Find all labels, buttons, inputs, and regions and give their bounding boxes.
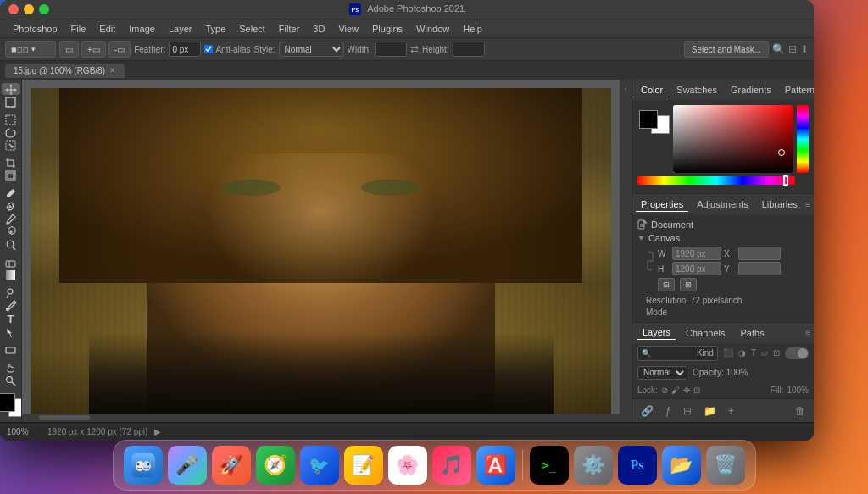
search-icon[interactable]: 🔍 (772, 43, 785, 55)
menu-window[interactable]: Window (410, 22, 455, 36)
dock-item-launchpad[interactable]: 🚀 (212, 446, 251, 485)
spectrum-bar[interactable] (797, 105, 809, 173)
tab-libraries[interactable]: Libraries (757, 197, 803, 211)
dock-item-trash[interactable]: 🗑️ (706, 446, 745, 485)
tool-brush[interactable] (2, 214, 20, 225)
tool-preset-picker[interactable]: ◼◻◻ ▾ (5, 41, 56, 58)
tab-close-btn[interactable]: ✕ (109, 66, 116, 75)
select-mask-btn[interactable]: Select and Mask... (684, 41, 769, 58)
tool-frame[interactable] (2, 170, 20, 181)
hue-cursor[interactable] (783, 175, 788, 186)
antialias-checkbox[interactable] (204, 45, 213, 53)
menu-plugins[interactable]: Plugins (366, 22, 409, 36)
fg-bg-colors[interactable] (0, 388, 22, 420)
tab-paths[interactable]: Paths (736, 326, 770, 340)
tool-spot-healing[interactable] (2, 201, 20, 212)
menu-3d[interactable]: 3D (307, 22, 331, 36)
lock-image-btn[interactable]: 🖌 (671, 386, 680, 395)
tab-color[interactable]: Color (636, 83, 668, 97)
screen-mode-icon[interactable]: ⊟ (788, 43, 797, 55)
tab-properties[interactable]: Properties (636, 197, 688, 212)
dock-item-terminal[interactable]: >_ (530, 446, 569, 485)
lock-transparent-btn[interactable]: ⊘ (661, 386, 668, 395)
tool-rectangle-shape[interactable] (2, 345, 20, 356)
menu-type[interactable]: Type (199, 22, 231, 36)
opacity-value[interactable]: 100% (726, 368, 748, 377)
color-panel-menu-icon[interactable]: ≡ (805, 86, 810, 95)
tab-layers[interactable]: Layers (637, 325, 676, 340)
document-tab[interactable]: 15.jpg @ 100% (RGB/8) ✕ (5, 64, 125, 78)
fit-btn[interactable]: ⊟ (658, 278, 675, 291)
menu-select[interactable]: Select (233, 22, 271, 36)
filter-toggle[interactable] (785, 347, 809, 359)
dock-item-music[interactable]: 🎵 (432, 446, 471, 485)
tool-move[interactable] (2, 83, 20, 95)
layers-search-input[interactable] (654, 348, 694, 358)
scrollbar-thumb-h[interactable] (39, 415, 90, 420)
layers-search[interactable]: 🔍 Kind (637, 346, 718, 361)
fullscreen-button[interactable] (39, 4, 49, 14)
filter-type-btn[interactable]: T (749, 347, 758, 358)
tool-lasso[interactable] (2, 127, 20, 138)
gradient-cursor[interactable] (778, 149, 785, 156)
dock-item-siri[interactable]: 🎤 (168, 446, 207, 485)
tool-rectangular-marquee[interactable] (2, 114, 20, 125)
minimize-button[interactable] (24, 4, 34, 14)
tool-dodge[interactable] (2, 287, 20, 298)
properties-panel-menu[interactable]: ≡ (805, 200, 810, 209)
link-layers-btn[interactable]: 🔗 (637, 403, 657, 419)
new-group-btn[interactable]: 📁 (700, 403, 720, 419)
hue-bar[interactable] (637, 176, 795, 185)
tool-zoom[interactable] (2, 375, 20, 386)
dock-item-mail[interactable]: 🐦 (300, 446, 339, 485)
tool-gradient[interactable] (2, 269, 20, 280)
height-input[interactable] (453, 42, 485, 57)
width-value[interactable]: 1920 px (672, 247, 721, 260)
layers-panel-menu[interactable]: ≡ (805, 328, 810, 337)
filter-pixel-btn[interactable]: ⬛ (721, 347, 735, 358)
tool-artboard[interactable] (2, 97, 20, 108)
tool-clone-stamp[interactable] (2, 226, 20, 237)
feather-input[interactable] (169, 42, 201, 57)
shape-btns[interactable]: ▭ +▭ -▭ (59, 41, 131, 58)
dock-item-folder[interactable]: 📂 (662, 446, 701, 485)
add-style-btn[interactable]: ƒ (662, 403, 675, 419)
menu-image[interactable]: Image (123, 22, 161, 36)
height-value[interactable]: 1200 px (672, 262, 721, 275)
filter-adjustment-btn[interactable]: ◑ (737, 347, 748, 358)
tool-type[interactable]: T (2, 313, 20, 325)
add-mask-btn[interactable]: ⊟ (680, 403, 695, 419)
fill-btn[interactable]: ⊠ (680, 278, 697, 291)
filter-shape-btn[interactable]: ▱ (760, 347, 770, 358)
tab-gradients[interactable]: Gradients (726, 83, 776, 97)
style-select[interactable]: Normal Fixed Ratio Fixed Size (279, 42, 344, 57)
tool-hand[interactable] (2, 363, 20, 374)
tool-path-selection[interactable] (2, 327, 20, 338)
width-input[interactable] (375, 42, 407, 57)
dock-item-safari[interactable]: 🧭 (256, 446, 295, 485)
color-swatches-small[interactable] (639, 110, 670, 134)
menu-filter[interactable]: Filter (273, 22, 305, 36)
panel-collapse-arrow[interactable]: ‹ (620, 80, 632, 422)
close-button[interactable] (8, 4, 19, 14)
lock-position-btn[interactable]: ✥ (683, 386, 690, 395)
new-selection-btn[interactable]: ▭ (59, 41, 79, 58)
canvas-scrollbar-h[interactable] (22, 414, 620, 422)
delete-layer-btn[interactable]: 🗑 (792, 403, 809, 419)
canvas-inner[interactable] (31, 88, 611, 414)
menu-file[interactable]: File (65, 22, 92, 36)
tool-history-brush[interactable] (2, 239, 20, 250)
filter-smart-btn[interactable]: ⊡ (771, 347, 782, 358)
menu-edit[interactable]: Edit (93, 22, 121, 36)
y-value[interactable] (738, 262, 781, 275)
dock-item-notes[interactable]: 📝 (344, 446, 383, 485)
lock-artboard-btn[interactable]: ⊡ (693, 386, 700, 395)
foreground-color[interactable] (0, 393, 15, 412)
tab-swatches[interactable]: Swatches (671, 83, 722, 97)
tool-eyedropper[interactable] (2, 188, 20, 199)
swap-icon[interactable]: ⇄ (410, 43, 419, 55)
fg-color-swatch[interactable] (639, 110, 658, 129)
tool-object-select[interactable] (2, 140, 20, 151)
dock-item-photos[interactable]: 🌸 (388, 446, 427, 485)
dock-item-photoshop[interactable]: Ps (618, 446, 657, 485)
